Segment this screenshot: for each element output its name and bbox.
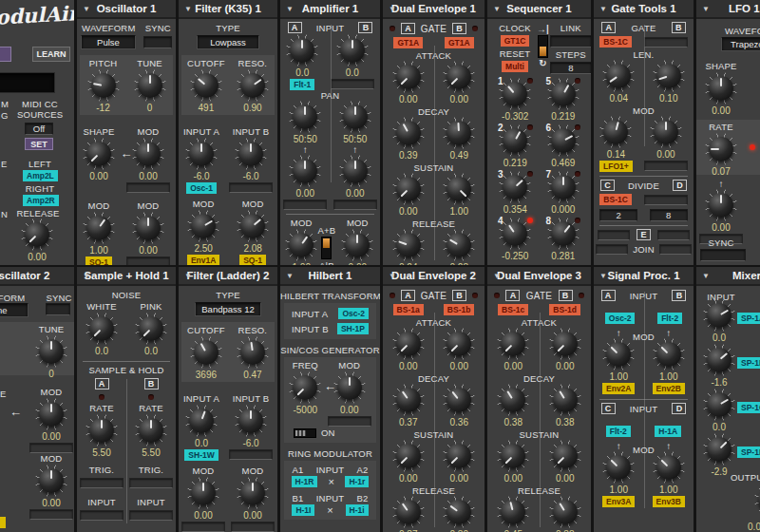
env1-sections-3-b-knob[interactable] xyxy=(443,229,475,261)
sh-b-button[interactable]: B xyxy=(144,378,159,390)
collapse-icon[interactable]: ▼ xyxy=(493,6,501,13)
gate-a-button[interactable]: A xyxy=(601,22,616,33)
gate-b-button[interactable]: B xyxy=(452,23,466,34)
program-display[interactable] xyxy=(0,72,55,93)
gt1-mod_a-knob[interactable] xyxy=(599,116,632,148)
module-header[interactable]: ▼Signal Proc. 1 xyxy=(594,267,694,286)
waveform-select[interactable]: Sine xyxy=(0,303,28,317)
midi-cc-set-button[interactable]: SET xyxy=(25,138,53,150)
osc1-shape-knob[interactable] xyxy=(83,138,115,170)
env3-sections-1-a-knob[interactable] xyxy=(497,384,529,416)
osc1-tune-knob[interactable] xyxy=(134,69,166,102)
filter-type-select[interactable]: Lowpass xyxy=(197,35,259,49)
filter-type-select[interactable]: Bandpass 12 xyxy=(195,302,261,316)
env1-sections-2-b-knob[interactable] xyxy=(443,173,475,205)
seq1-steps-3-knob[interactable] xyxy=(499,218,531,250)
ab-mode-switch[interactable]: A+B A|B xyxy=(317,225,335,265)
env3-sections-2-a-knob[interactable] xyxy=(497,440,529,472)
osc2-tune-knob[interactable] xyxy=(35,335,67,368)
module-header[interactable]: ▼Dual Envelope 3 xyxy=(487,267,591,286)
module-header[interactable]: Oscillator 2 xyxy=(0,267,74,286)
amp1-panmod_a-slot-empty[interactable] xyxy=(283,200,327,210)
collapse-icon[interactable]: ▼ xyxy=(286,273,294,280)
env2-sections-1-a-knob[interactable] xyxy=(392,384,425,416)
env3-sections-1-b-knob[interactable] xyxy=(549,384,581,416)
hil1-freq-knob[interactable] xyxy=(289,371,321,404)
rm-a2-source-tag[interactable]: H-1r xyxy=(345,476,369,487)
collapse-icon[interactable]: ▼ xyxy=(599,6,607,13)
hil1-mod-slot-empty[interactable] xyxy=(328,416,371,427)
play-mode-switch[interactable]: →| ↻ xyxy=(537,25,549,68)
osc2-mod2-slot-empty[interactable] xyxy=(29,509,73,520)
amp1-panmod_a-knob[interactable] xyxy=(289,155,321,187)
input-b-button[interactable]: B xyxy=(672,290,686,301)
sp1-mod_b-tag[interactable]: Env2B xyxy=(653,383,685,394)
env2-sections-2-a-knob[interactable] xyxy=(392,440,425,472)
patch-slot-empty[interactable] xyxy=(657,230,690,240)
gate-b-button[interactable]: B xyxy=(559,290,573,301)
amp1-pan_b-knob[interactable] xyxy=(339,101,371,133)
env1-sections-0-a-knob[interactable] xyxy=(392,61,425,93)
env3-sections-0-a-knob[interactable] xyxy=(497,328,529,360)
gt1-mod_a-tag[interactable]: LFO1+ xyxy=(599,161,633,172)
gate-b-source-tag[interactable]: BS-1b xyxy=(444,304,475,315)
sync-slot[interactable] xyxy=(143,36,172,48)
seq1-steps-4-knob[interactable] xyxy=(547,78,580,110)
mix1-output-knob[interactable] xyxy=(754,484,760,516)
gate-a-source-tag[interactable]: GT1A xyxy=(393,37,423,48)
env2-sections-3-a-knob[interactable] xyxy=(392,496,425,528)
env1-sections-1-b-knob[interactable] xyxy=(443,117,475,149)
collapse-icon[interactable]: ▼ xyxy=(389,6,396,13)
osc1-mod1-knob[interactable] xyxy=(83,212,115,244)
patch-slot-empty[interactable] xyxy=(596,244,628,255)
flad2-input_b-knob[interactable] xyxy=(235,405,267,437)
collapse-icon[interactable]: ▼ xyxy=(286,6,294,13)
env2-sections-0-a-knob[interactable] xyxy=(392,328,425,360)
patch-slot-empty[interactable] xyxy=(644,37,688,48)
input-slot-empty[interactable] xyxy=(129,510,173,521)
amp1-panmod_b-knob[interactable] xyxy=(339,155,371,187)
gate-a-button[interactable]: A xyxy=(401,23,415,34)
sh1-rate_b-knob[interactable] xyxy=(135,414,167,446)
sp1-mod_a-knob[interactable] xyxy=(602,338,635,370)
flad2-mod_a-knob[interactable] xyxy=(187,477,219,509)
patch-slot-empty[interactable] xyxy=(644,195,688,205)
gate-a-button[interactable]: A xyxy=(505,290,520,301)
rm-a1-source-tag[interactable]: H-1R xyxy=(292,476,318,487)
lfo1-mod-knob[interactable] xyxy=(705,189,737,221)
input-c-button[interactable]: C xyxy=(601,403,616,414)
switch-handle[interactable] xyxy=(540,47,546,56)
module-header[interactable]: ▼Oscillator 1 xyxy=(77,0,176,19)
flad2-mod_b-knob[interactable] xyxy=(237,477,269,509)
gate-b-source-tag[interactable]: BS-1d xyxy=(549,304,580,315)
clock-source-tag[interactable]: GT1C xyxy=(501,35,530,47)
collapse-icon[interactable]: ▼ xyxy=(184,273,192,280)
env1-sections-3-a-knob[interactable] xyxy=(392,229,425,261)
gate-a-button[interactable]: A xyxy=(401,290,415,301)
sh1-rate_a-knob[interactable] xyxy=(86,414,118,446)
divide-d-button[interactable]: D xyxy=(673,180,687,191)
amp1-in_a-knob[interactable] xyxy=(286,34,318,66)
input-d-button[interactable]: D xyxy=(672,403,686,414)
sp1-mod_a-tag[interactable]: Env2A xyxy=(602,383,635,394)
sp1-mod_c-knob[interactable] xyxy=(602,451,635,484)
rm-b1-source-tag[interactable]: H-1I xyxy=(292,504,314,516)
osc2-mod1-knob[interactable] xyxy=(35,398,67,430)
fk35-input_a-knob[interactable] xyxy=(185,138,218,170)
module-header[interactable]: ▼Hilbert 1 xyxy=(280,267,380,286)
osc2-mod1-slot-empty[interactable] xyxy=(29,443,73,453)
mixer-in3-source-tag[interactable]: SP-1C xyxy=(737,402,760,413)
osc1-mod2-slot-empty[interactable] xyxy=(126,256,170,265)
amp1-panmod_b-slot-empty[interactable] xyxy=(333,200,377,210)
env2-sections-0-b-knob[interactable] xyxy=(443,328,475,360)
gate-b-source-tag[interactable]: GT1A xyxy=(445,37,474,48)
env3-sections-0-b-knob[interactable] xyxy=(549,328,581,360)
fk35-cutoff-knob[interactable] xyxy=(190,69,222,102)
mix1-in2-knob[interactable] xyxy=(703,344,735,376)
env2-sections-3-b-knob[interactable] xyxy=(443,496,475,528)
sync-slot[interactable] xyxy=(46,303,70,315)
amp1-pan_a-knob[interactable] xyxy=(289,101,321,133)
sync-slot[interactable] xyxy=(700,249,746,261)
osc1-shape_mod-knob[interactable] xyxy=(132,138,164,170)
module-header[interactable]: ▼Sequencer 1 xyxy=(487,0,591,19)
